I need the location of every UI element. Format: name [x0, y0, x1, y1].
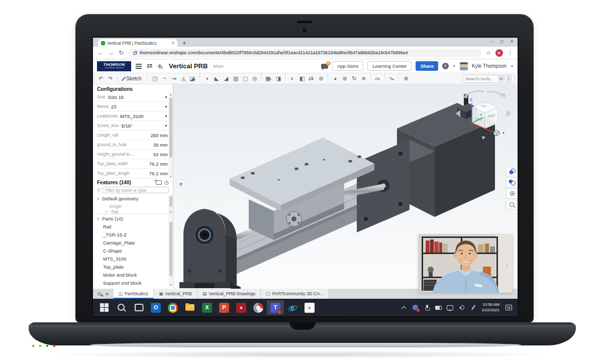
acrobat-icon[interactable]: ▲	[233, 300, 250, 315]
part-list-item[interactable]: C-Shape	[93, 247, 168, 255]
reload-icon[interactable]: ↻	[119, 50, 124, 56]
user-name[interactable]: Kyle Thompson	[472, 63, 507, 69]
outlook-icon[interactable]: O	[147, 300, 164, 315]
loft-icon[interactable]: ◬	[178, 76, 188, 81]
cad-app-icon[interactable]: ▲	[301, 300, 318, 315]
forward-icon[interactable]: →	[108, 50, 114, 56]
tray-display-icon[interactable]	[447, 304, 453, 311]
filter-input[interactable]	[103, 187, 169, 193]
chamfer-icon[interactable]: ◣	[212, 76, 221, 81]
select-icon[interactable]: ⊕	[401, 76, 411, 81]
plane-icon[interactable]: ▱▾	[373, 76, 382, 81]
notifications-icon[interactable]: 1	[321, 64, 328, 69]
tree-item-origin[interactable]: ◦ Origin	[93, 202, 168, 210]
browser-menu-icon[interactable]: ⋮	[508, 50, 513, 56]
config-row[interactable]: Height_ground to ... 52 mm ▼	[97, 150, 168, 159]
back-icon[interactable]: ←	[97, 50, 104, 56]
move-face-icon[interactable]: ↻	[349, 76, 359, 81]
powerpoint-icon[interactable]: P	[216, 300, 233, 315]
window-maximize-icon[interactable]: ▢	[500, 39, 504, 44]
scroll-down-icon[interactable]: ▼	[168, 174, 173, 178]
tray-pen-icon[interactable]	[470, 304, 476, 311]
sep[interactable]	[326, 76, 330, 81]
boolean-icon[interactable]: ◐	[287, 76, 297, 81]
offset-surface-icon[interactable]: ≋	[359, 76, 368, 81]
feature-list-toggle-icon[interactable]: ≣	[176, 180, 185, 188]
scroll-up-icon[interactable]: ▲	[168, 92, 173, 96]
config-row[interactable]: Size Size 15 ▼	[97, 92, 168, 102]
view-options-button[interactable]: ▼	[493, 130, 505, 137]
tray-battery-icon[interactable]	[435, 304, 442, 311]
file-explorer-icon[interactable]	[181, 300, 198, 315]
start-button[interactable]	[96, 300, 113, 315]
split-icon[interactable]: ◧	[297, 76, 307, 81]
curve-icon[interactable]: ∿▾	[387, 76, 396, 81]
doc-tab-vertical-prb-drawings[interactable]: ▤ Vertical_PRB Drawings	[197, 289, 261, 299]
config-row[interactable]: Top_plate_width 76.2 mm ▼	[97, 159, 168, 169]
shell-icon[interactable]: ▢	[240, 76, 250, 81]
config-row[interactable]: Length_rail 250 mm ▼	[97, 131, 168, 140]
taskbar-search-icon[interactable]	[113, 300, 130, 315]
tree-group-parts[interactable]: ∨ Parts (10)	[93, 215, 168, 222]
config-scrollbar[interactable]: ▲ ▼	[168, 92, 173, 178]
chevron-down-icon[interactable]: ▼	[164, 95, 168, 99]
thomson-logo[interactable]: THOMSON Linear Motion Optimized	[97, 61, 131, 71]
chevron-down-icon[interactable]: ▼	[164, 105, 168, 108]
tab-close-icon[interactable]: ×	[171, 41, 174, 46]
excel-icon[interactable]: X	[198, 300, 216, 315]
chrome-icon[interactable]	[164, 300, 181, 315]
doc-tab-partcommunity[interactable]: ▢ PARTcommunity 3D CA...	[261, 289, 329, 299]
config-row[interactable]: Screw_size 5/16" ▼	[97, 121, 168, 131]
part-list-item[interactable]: Top_plate	[93, 263, 168, 271]
tree-scrollbar[interactable]: ▼	[168, 195, 173, 214]
modify-fillet-icon[interactable]: ◕	[330, 76, 340, 81]
sep[interactable]	[382, 76, 387, 81]
part-list-item[interactable]: _TSR-15-Z	[93, 230, 168, 238]
config-value[interactable]: Size 15	[108, 94, 124, 100]
sep[interactable]	[396, 76, 401, 81]
task-view-icon[interactable]	[130, 300, 147, 315]
window-close-icon[interactable]: ✕	[510, 39, 514, 44]
scroll-down-icon[interactable]: ▼	[168, 210, 173, 214]
transform-icon[interactable]: ⇄▾	[307, 76, 316, 81]
user-avatar[interactable]	[460, 62, 468, 70]
sep[interactable]	[197, 76, 202, 81]
part-list-item[interactable]: Carriage_Plate	[93, 238, 168, 247]
custom-tables-panel-icon[interactable]	[506, 200, 518, 209]
config-row[interactable]: ground_to_hole 30 mm ▼	[97, 140, 168, 150]
config-row[interactable]: Leadscrew MTS_3100 ▼	[97, 111, 168, 121]
help-icon[interactable]: ?	[442, 63, 449, 69]
workspace-label[interactable]: Main	[213, 63, 224, 69]
linear-pattern-icon[interactable]: ▦▾	[264, 76, 273, 81]
chevron-down-icon[interactable]: ▼	[164, 114, 168, 118]
config-row[interactable]: Top_plate_length 76.2 mm ▼	[97, 169, 168, 178]
appearance-panel-icon[interactable]	[506, 167, 518, 176]
main-menu-icon[interactable]	[136, 64, 142, 65]
move-add-icon[interactable]	[157, 63, 163, 69]
scroll-down-icon[interactable]: ▼	[168, 283, 173, 287]
tray-expand-icon[interactable]	[400, 304, 407, 311]
search-tools-input[interactable]	[465, 76, 496, 81]
config-value[interactable]: 23	[111, 104, 117, 109]
delete-part-icon[interactable]: ⊘	[316, 76, 326, 81]
taskbar-clock[interactable]: 10:56 AM 1/22/2021	[481, 302, 499, 313]
rib-icon[interactable]: ▥	[231, 76, 240, 81]
sketch-button[interactable]: Sketch	[121, 76, 144, 81]
hole-icon[interactable]: ◎	[250, 76, 259, 81]
url-bar[interactable]: thomsonlinear.onshape.com/documents/4fed…	[128, 49, 481, 57]
tray-volume-icon[interactable]	[458, 304, 465, 311]
fillet-icon[interactable]: ◖	[202, 76, 212, 81]
sep[interactable]	[259, 76, 264, 81]
internet-explorer-icon[interactable]: e	[284, 300, 301, 315]
part-list-item[interactable]: MTS_3100	[93, 255, 168, 263]
app-store-button[interactable]: App Store	[332, 61, 363, 71]
view-cube[interactable]: Top Front Right Z X Y	[451, 87, 516, 140]
named-views-panel-icon[interactable]	[506, 178, 518, 187]
bookmark-star-icon[interactable]: ☆	[486, 50, 491, 56]
window-minimize-icon[interactable]: —	[489, 39, 493, 44]
versions-icon[interactable]	[146, 63, 153, 69]
replace-face-icon[interactable]: ⊛	[340, 76, 349, 81]
tree-item-top-plane[interactable]: ▱ Top	[93, 210, 168, 213]
draft-icon[interactable]: ◢	[221, 76, 231, 81]
config-row[interactable]: Nema 23 ▼	[97, 102, 168, 111]
